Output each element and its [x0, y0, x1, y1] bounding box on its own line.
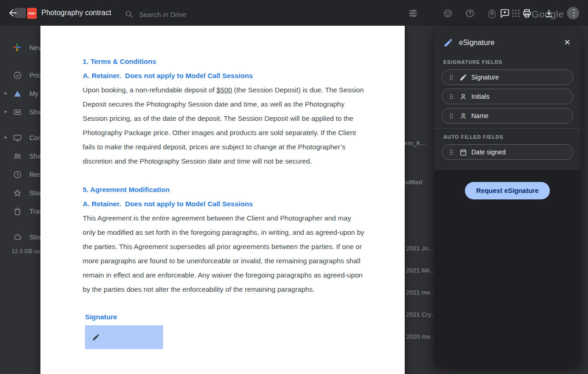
people-icon [13, 152, 22, 161]
new-button: New [12, 42, 43, 52]
settings-gear-icon [487, 8, 497, 18]
request-esignature-button[interactable]: Request eSignature [465, 182, 549, 199]
autofill-fields-section-label: AUTO FILLED FIELDS [443, 134, 571, 140]
section-heading: 1. Terms & Conditions [83, 54, 366, 68]
chevron-right-icon: ▸ [5, 134, 10, 140]
paragraph-text: (the Session Deposit) is due. The Sessio… [83, 86, 364, 165]
section-heading: 5. Agreement Modification [83, 182, 366, 197]
check-circle-icon [13, 71, 22, 80]
file-row: 2021 Mil... [406, 267, 435, 274]
esignature-pen-icon [443, 38, 453, 48]
field-chip-label: Signature [471, 74, 499, 81]
paragraph-agreement: This Agreement is the entire agreement b… [83, 211, 365, 296]
drive-icon [13, 89, 22, 98]
signature-field-placeholder[interactable] [85, 325, 163, 349]
trash-icon [13, 207, 22, 216]
panel-title: eSignature [459, 39, 557, 47]
paragraph-text: Upon booking, a non-refundable deposit o… [83, 86, 216, 94]
drag-handle-icon [447, 74, 455, 81]
paragraph-retainer: Upon booking, a non-refundable deposit o… [83, 83, 365, 168]
back-button[interactable] [7, 7, 18, 18]
more-options-button[interactable]: ⋮ [570, 7, 578, 18]
star-icon [13, 188, 22, 198]
print-button[interactable] [522, 8, 532, 18]
deposit-amount: $500 [216, 86, 232, 94]
drag-handle-icon [447, 148, 455, 156]
panel-divider [434, 128, 581, 129]
apps-grid-icon [511, 8, 521, 18]
field-chip-signature[interactable]: Signature [441, 69, 573, 85]
section-subheading: A. Retainer. Does not apply to Model Cal… [83, 197, 366, 211]
back-arrow-icon [7, 7, 18, 18]
calendar-icon [459, 148, 467, 156]
clock-icon [13, 170, 22, 179]
field-chip-label: Date signed [471, 148, 506, 156]
signature-field-label: Signature [85, 313, 366, 321]
section-subheading: A. Retainer. Does not apply to Model Cal… [83, 68, 366, 83]
field-chip-date-signed[interactable]: Date signed [441, 144, 573, 160]
support-smiley-icon [443, 8, 453, 18]
document-title: Photography contract [41, 9, 111, 17]
field-chip-initials[interactable]: Initials [441, 89, 573, 104]
preview-topbar: PDF Photography contract Search in Drive… [0, 0, 588, 26]
download-button[interactable] [544, 8, 554, 18]
filter-tune-icon [408, 8, 418, 18]
field-chip-label: Name [471, 112, 488, 119]
esignature-fields-section-label: ESIGNATURE FIELDS [443, 59, 571, 65]
chevron-right-icon: ▸ [5, 90, 10, 96]
file-row: 2020 me... [406, 333, 435, 340]
search-icon [124, 10, 134, 19]
chevron-right-icon: ▸ [5, 108, 10, 114]
close-icon[interactable]: ✕ [562, 37, 572, 48]
field-chip-name[interactable]: Name [441, 108, 573, 124]
add-comment-button[interactable] [500, 8, 510, 18]
drag-handle-icon [447, 93, 455, 101]
pen-icon [92, 333, 100, 341]
person-icon [459, 93, 467, 101]
help-icon [465, 8, 475, 18]
field-chip-label: Initials [471, 93, 490, 100]
shared-drives-icon [13, 108, 22, 117]
file-row: 2021 me... [406, 289, 435, 296]
document-page: 1. Terms & Conditions A. Retainer. Does … [40, 26, 405, 374]
file-row: 2021 Cry... [406, 311, 436, 318]
computer-icon [13, 133, 22, 142]
multicolor-plus-icon [12, 42, 22, 52]
pdf-file-icon: PDF [27, 8, 37, 19]
file-row: 2021 Jo... [406, 245, 433, 252]
cloud-icon [13, 232, 22, 242]
drag-handle-icon [447, 112, 455, 120]
person-icon [459, 112, 467, 120]
esignature-panel: eSignature ✕ ESIGNATURE FIELDS Signature… [434, 28, 581, 366]
search-input: Search in Drive [139, 11, 187, 18]
pen-icon [459, 74, 467, 81]
